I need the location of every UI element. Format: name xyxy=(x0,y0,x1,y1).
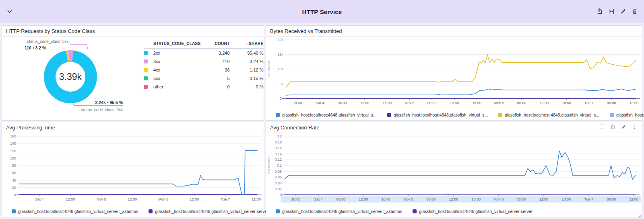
section-header: HTTP Service xyxy=(0,0,644,23)
legend-label: glassfish_host:localhost:4848,glassfish_… xyxy=(505,113,599,117)
y-tick-label: 100 xyxy=(10,156,16,160)
legend-item[interactable]: glassfish_host:localhost:4848,glassfish_… xyxy=(413,209,533,214)
x-tick-label: Sat 4 xyxy=(316,101,324,105)
panel-avg-processing-time: Avg Processing Time 02040608010012014016… xyxy=(2,122,264,217)
y-tick-label: 0.16 xyxy=(275,146,282,150)
share-value: 0.15 % xyxy=(230,76,264,81)
resize-section-button[interactable] xyxy=(608,8,615,15)
status-class-label: 4xx xyxy=(153,68,201,72)
legend-swatch xyxy=(413,209,417,213)
legend-item[interactable]: glassfish_host:localhost:4848,glassfish_… xyxy=(276,209,402,214)
header-actions xyxy=(596,8,638,15)
legend-item[interactable]: glassfish_host:localhost:4848,glassfish_… xyxy=(387,113,488,117)
column-count[interactable]: COUNT xyxy=(201,41,230,46)
y-tick-label: 10k xyxy=(277,67,283,71)
legend-item[interactable]: glassfish_host:localhost:4848,glassfish_… xyxy=(610,113,644,117)
y-tick-label: 0.02 xyxy=(275,187,282,191)
x-tick-label: Tue 7 xyxy=(584,197,593,201)
series-line xyxy=(286,89,636,95)
legend-item[interactable]: glassfish_host:localhost:4848,glassfish_… xyxy=(149,209,268,214)
delete-icon xyxy=(632,8,638,16)
series-color-swatch xyxy=(144,51,148,55)
donut-svg: 3.39kstatus_code_class: 3xx110 • 3.2 %3.… xyxy=(2,37,137,120)
expand-panel-button[interactable] xyxy=(598,124,605,131)
panel-title[interactable]: Bytes Received vs Transmitted xyxy=(270,28,342,34)
share-icon xyxy=(610,124,615,131)
callout-connector xyxy=(70,45,88,50)
x-tick-label: Mon 6 xyxy=(158,197,168,201)
table-row[interactable]: other00 % xyxy=(144,82,264,91)
y-tick-label: 0.12 xyxy=(275,158,282,162)
column-status-code-class[interactable]: STATUS_CODE_CLASS xyxy=(153,41,201,46)
panel-avg-connection-rate: Avg Connection Rate xyxy=(266,122,642,217)
legend-item[interactable]: glassfish_host:localhost:4848,glassfish_… xyxy=(12,209,138,214)
x-tick-label: 18:00 xyxy=(293,101,302,105)
table-row[interactable]: 4xx381.12 % xyxy=(144,65,264,74)
share-button[interactable] xyxy=(596,8,603,15)
callout-3xx-label: status_code_class: 3xx xyxy=(27,39,68,44)
x-tick-label: Tue 7 xyxy=(221,197,230,201)
x-tick-label: 12:00 xyxy=(449,197,458,201)
legend-item[interactable]: glassfish_host:localhost:4848,glassfish_… xyxy=(498,113,599,117)
table-header: STATUS_CODE_CLASS COUNT ↓SHARE xyxy=(144,39,264,49)
processing-chart[interactable]: 020406080100120140160Sat 412:00Nov 512:0… xyxy=(2,133,264,207)
connection-chart[interactable]: 00.020.040.060.080.10.120.140.160.180.21… xyxy=(266,133,642,207)
panel-title[interactable]: Avg Connection Rate xyxy=(270,125,320,131)
table-row[interactable]: 3xx1103.24 % xyxy=(144,57,264,65)
count-value: 38 xyxy=(201,68,230,72)
chevron-down-icon xyxy=(6,10,13,16)
panel-header: HTTP Requests by Status Code Class xyxy=(2,26,264,37)
x-tick-label: Mon 6 xyxy=(494,101,504,105)
y-tick-label: 60 xyxy=(12,171,16,175)
processing-legend: glassfish_host:localhost:4848,glassfish_… xyxy=(2,207,264,214)
x-tick-label: 18:00 xyxy=(562,101,571,105)
edit-icon xyxy=(620,8,626,16)
bytes-chart[interactable]: 0k5k10k15k20k18:00Sat 406:0012:0018:00No… xyxy=(266,37,642,111)
count-value: 110 xyxy=(201,59,230,64)
table-row[interactable]: 5xx50.15 % xyxy=(144,74,264,82)
legend-item[interactable]: glassfish_host:localhost:4848,glassfish_… xyxy=(276,113,377,117)
x-tick-label: Nov 5 xyxy=(405,101,415,105)
column-share[interactable]: ↓SHARE xyxy=(230,41,264,46)
panel-header: Avg Processing Time xyxy=(2,122,264,133)
legend-swatch xyxy=(387,113,391,117)
status-class-label: 5xx xyxy=(153,76,201,81)
panel-bytes-received-vs-transmitted: Bytes Received vs Transmitted 0k5k10k15k… xyxy=(266,25,642,121)
table-row[interactable]: 2xx3,24095.49 % xyxy=(144,49,264,57)
status-donut-chart[interactable]: 3.39kstatus_code_class: 3xx110 • 3.2 %3.… xyxy=(2,37,137,122)
share-panel-button[interactable] xyxy=(609,124,616,131)
edit-icon xyxy=(621,124,626,131)
count-value: 3,240 xyxy=(201,51,230,55)
share-value: 3.24 % xyxy=(230,59,264,64)
edit-button[interactable] xyxy=(619,8,627,15)
x-tick-label: 06:00 xyxy=(607,101,616,105)
panel-resize-handle[interactable] xyxy=(637,212,642,217)
y-tick-label: 0.2 xyxy=(277,134,282,138)
panel-title[interactable]: HTTP Requests by Status Code Class xyxy=(6,28,95,34)
series-color-swatch xyxy=(144,68,148,72)
legend-label: glassfish_host:localhost:4848,glassfish_… xyxy=(394,113,488,117)
series-color-swatch xyxy=(144,59,148,63)
legend-label: glassfish_host:localhost:4848,glassfish_… xyxy=(282,113,377,117)
legend-label: glassfish_host:localhost:4848,glassfish_… xyxy=(18,209,138,214)
collapse-section-button[interactable] xyxy=(6,8,14,16)
section-title: HTTP Service xyxy=(0,8,644,15)
y-tick-label: 0.06 xyxy=(275,175,282,179)
bytes-legend: glassfish_host:localhost:4848,glassfish_… xyxy=(266,111,642,117)
share-value: 1.12 % xyxy=(230,68,264,72)
x-tick-label: 18:00 xyxy=(382,197,391,201)
panel-title[interactable]: Avg Processing Time xyxy=(6,125,55,131)
delete-button[interactable] xyxy=(631,8,638,15)
x-tick-label: 12:00 xyxy=(252,197,261,201)
x-tick-label: Tue 7 xyxy=(584,101,594,105)
callout-2xx-value: 3.24k • 95.5 % xyxy=(95,100,123,105)
edit-panel-button[interactable] xyxy=(620,124,627,131)
series-color-swatch xyxy=(144,85,148,89)
x-tick-label: 18:00 xyxy=(291,197,301,201)
count-value: 0 xyxy=(201,84,230,89)
panel-menu-button[interactable] xyxy=(631,124,638,131)
sort-desc-icon: ↓ xyxy=(246,41,248,46)
connection-legend: glassfish_host:localhost:4848,glassfish_… xyxy=(266,207,642,214)
y-tick-label: 140 xyxy=(10,141,16,145)
panel-http-requests-by-status: HTTP Requests by Status Code Class 3.39k… xyxy=(2,25,264,121)
